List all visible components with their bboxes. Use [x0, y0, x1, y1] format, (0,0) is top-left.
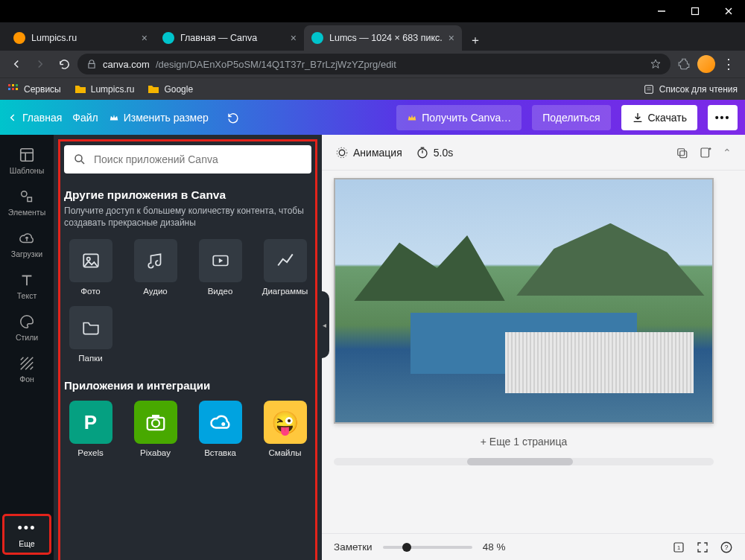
rail-more[interactable]: ••• Еще — [3, 515, 51, 554]
duplicate-page-icon[interactable] — [675, 146, 688, 159]
zoom-slider[interactable] — [383, 546, 472, 549]
extensions-icon[interactable] — [673, 54, 694, 74]
undo-button[interactable] — [226, 111, 240, 124]
download-icon — [632, 112, 644, 124]
browser-menu-icon[interactable]: ⋮ — [718, 54, 739, 74]
rail-label: Текст — [17, 291, 37, 300]
url-path: /design/DAEnXoP5oSM/14Q1T37r_B7rLzjWzYZp… — [156, 59, 396, 70]
share-label: Поделиться — [542, 112, 600, 124]
browser-tab[interactable]: Lumpics.ru × — [6, 25, 155, 51]
scroll-thumb[interactable] — [467, 458, 574, 465]
notes-button[interactable]: Заметки — [334, 541, 372, 553]
rail-background[interactable]: Фон — [3, 349, 51, 389]
nav-reload-button[interactable] — [54, 54, 74, 74]
browser-tab-active[interactable]: Lumcs — 1024 × 683 пикс. × — [304, 25, 462, 51]
tab-close-icon[interactable]: × — [448, 32, 454, 44]
svg-point-16 — [22, 191, 27, 197]
app-tile-photo[interactable]: Фото — [64, 239, 117, 296]
app-tile-folder[interactable]: Папки — [64, 306, 117, 363]
timing-button[interactable]: 5.0s — [416, 146, 453, 159]
new-tab-button[interactable]: ＋ — [465, 30, 486, 51]
app-tile-chart[interactable]: Диаграммы — [259, 239, 311, 296]
get-pro-button[interactable]: Получить Canva… — [396, 105, 522, 130]
integration-embed[interactable]: Вставка — [194, 401, 247, 457]
star-icon[interactable] — [650, 58, 662, 70]
search-input[interactable] — [94, 153, 302, 165]
window-maximize-button[interactable] — [678, 0, 711, 22]
app-tile-audio[interactable]: Аудио — [129, 239, 182, 296]
rail-label: Фон — [19, 375, 34, 384]
download-label: Скачать — [648, 112, 688, 124]
window-titlebar — [0, 0, 745, 22]
home-button[interactable]: Главная — [7, 112, 62, 124]
browser-tab[interactable]: Главная — Canva × — [155, 25, 304, 51]
profile-avatar[interactable] — [697, 55, 715, 73]
browser-toolbar: canva.com/design/DAEnXoP5oSM/14Q1T37r_B7… — [0, 51, 745, 77]
app-tile-video[interactable]: Видео — [194, 239, 247, 296]
svg-rect-13 — [21, 149, 34, 162]
reading-list-button[interactable]: Список для чтения — [643, 83, 738, 95]
text-icon — [19, 272, 35, 288]
chevron-up-icon[interactable]: ⌃ — [723, 147, 732, 159]
folder-icon — [148, 83, 159, 95]
folder-icon — [81, 318, 101, 337]
rail-uploads[interactable]: Загрузки — [3, 224, 51, 264]
animation-button[interactable]: Анимация — [335, 146, 402, 159]
svg-rect-8 — [12, 88, 14, 90]
integration-emoji[interactable]: 😜 Смайлы — [259, 401, 311, 457]
svg-text:?: ? — [724, 544, 728, 551]
tab-close-icon[interactable]: × — [142, 32, 148, 44]
apps-search[interactable] — [64, 145, 311, 174]
file-menu[interactable]: Файл — [72, 112, 98, 124]
add-page-icon[interactable] — [699, 146, 712, 159]
design-page[interactable] — [334, 178, 714, 424]
svg-point-25 — [221, 422, 225, 426]
timer-icon — [416, 146, 429, 159]
tab-close-icon[interactable]: × — [291, 32, 297, 44]
undo-icon — [226, 111, 240, 124]
rail-styles[interactable]: Стили — [3, 308, 51, 348]
svg-line-18 — [81, 161, 84, 164]
grid-view-icon[interactable]: 1 — [672, 541, 685, 554]
share-button[interactable]: Поделиться — [532, 105, 610, 130]
download-button[interactable]: Скачать — [621, 105, 698, 130]
bookmark-item[interactable]: Google — [148, 83, 193, 95]
camera-icon — [145, 411, 167, 433]
apps-subheading: Получите доступ к большему количеству ко… — [64, 205, 311, 229]
tile-label: Смайлы — [268, 448, 301, 457]
zoom-thumb[interactable] — [402, 543, 411, 552]
file-label: Файл — [72, 112, 98, 124]
integration-pixabay[interactable]: Pixabay — [129, 401, 182, 457]
fullscreen-icon[interactable] — [696, 541, 709, 554]
integration-pexels[interactable]: P Pexels — [64, 401, 117, 457]
bookmark-item[interactable]: Сервисы — [7, 83, 61, 95]
canvas-viewport[interactable]: + Еще 1 страница — [322, 171, 745, 533]
svg-rect-31 — [678, 148, 685, 155]
pexels-logo-icon: P — [84, 411, 97, 434]
window-minimize-button[interactable] — [644, 0, 678, 22]
nav-forward-button[interactable] — [30, 54, 51, 74]
side-rail: Шаблоны Элементы Загрузки Текст Стили Фо… — [0, 135, 54, 560]
resize-button[interactable]: Изменить размер — [109, 112, 209, 124]
more-actions-button[interactable]: ••• — [708, 105, 738, 130]
bookmark-label: Google — [164, 84, 193, 95]
bookmark-item[interactable]: Lumpics.ru — [74, 83, 135, 95]
rail-label: Стили — [16, 333, 38, 342]
rail-text[interactable]: Текст — [3, 266, 51, 306]
rail-elements[interactable]: Элементы — [3, 182, 51, 223]
tile-label: Видео — [208, 287, 233, 296]
nav-back-button[interactable] — [6, 54, 27, 74]
horizontal-scrollbar[interactable] — [334, 458, 714, 465]
svg-rect-5 — [12, 84, 14, 86]
audio-icon — [146, 251, 165, 270]
rail-templates[interactable]: Шаблоны — [3, 141, 51, 181]
bookmark-label: Lumpics.ru — [91, 84, 135, 95]
window-close-button[interactable] — [711, 0, 745, 22]
svg-point-23 — [152, 420, 159, 427]
add-page-button[interactable]: + Еще 1 страница — [334, 436, 714, 448]
integrations-heading: Приложения и интеграции — [64, 379, 311, 392]
tab-title: Lumpics.ru — [31, 33, 136, 43]
address-bar[interactable]: canva.com/design/DAEnXoP5oSM/14Q1T37r_B7… — [77, 54, 670, 74]
help-icon[interactable]: ? — [720, 541, 733, 554]
canva-header: Главная Файл Изменить размер Получить Ca… — [0, 100, 745, 135]
